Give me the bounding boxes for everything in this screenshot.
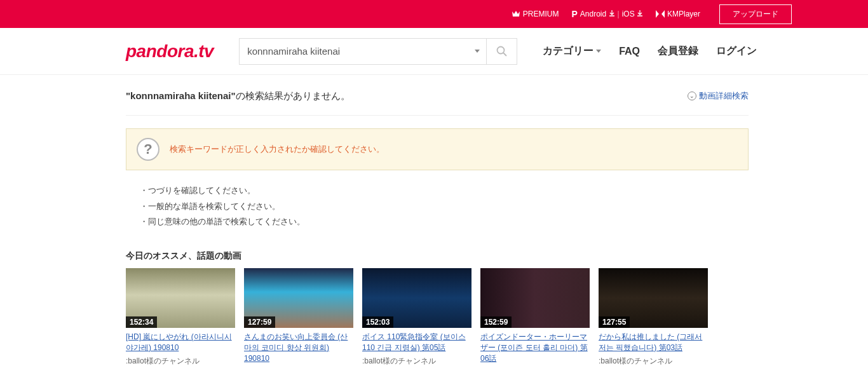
category-menu[interactable]: カテゴリー: [543, 44, 601, 58]
warning-box: ? 検索キーワードが正しく入力されたか確認してください。: [126, 128, 749, 170]
kmplayer-label: KMPlayer: [667, 10, 700, 18]
main-content: "konnnamiraha kiitenai"の検索結果がありません。 ⌄ 動画…: [126, 75, 749, 366]
category-label: カテゴリー: [543, 44, 593, 58]
kmplayer-icon: [656, 10, 665, 18]
video-thumbnail[interactable]: 152:03: [362, 268, 471, 328]
advanced-search-label: 動画詳細検索: [699, 90, 749, 102]
tip-line: ・同じ意味の他の単語で検索してください。: [140, 214, 749, 230]
kmplayer-link[interactable]: KMPlayer: [656, 10, 700, 18]
upload-button[interactable]: アップロード: [719, 4, 792, 24]
result-heading-row: "konnnamiraha kiitenai"の検索結果がありません。 ⌄ 動画…: [126, 90, 749, 102]
video-duration: 127:55: [599, 316, 630, 328]
ios-label: iOS: [622, 10, 635, 18]
svg-line-1: [503, 53, 506, 56]
search-icon: [496, 46, 508, 57]
video-duration: 127:59: [244, 316, 275, 328]
video-duration: 152:59: [480, 316, 512, 328]
search-button[interactable]: [487, 38, 517, 65]
video-duration: 152:03: [362, 316, 393, 328]
app-download-group: P Android | iOS: [571, 9, 643, 19]
header-nav: カテゴリー FAQ 会員登録 ログイン: [543, 44, 757, 58]
video-card: 127:55 だから私は推しました (그래서 저는 픽했습니다) 第03話 :b…: [599, 268, 708, 366]
chevron-down-icon: [596, 50, 601, 53]
video-card: 152:34 [HD] 嵐にしやがれ (아라시니시야가레) 190810 :ba…: [126, 268, 235, 366]
video-thumbnail[interactable]: 152:59: [480, 268, 590, 328]
no-results-text: "konnnamiraha kiitenai"の検索結果がありません。: [126, 90, 350, 102]
p-logo-icon: P: [571, 9, 577, 19]
search-dropdown-toggle[interactable]: [468, 39, 486, 64]
register-link[interactable]: 会員登録: [658, 44, 698, 58]
divider: [126, 115, 749, 116]
android-link[interactable]: Android: [580, 10, 615, 18]
download-icon: [609, 10, 615, 17]
no-results-suffix: の検索結果がありません。: [236, 90, 350, 101]
faq-link[interactable]: FAQ: [619, 46, 640, 57]
recommended-heading: 今日のオススメ、話題の動画: [126, 250, 749, 262]
ios-link[interactable]: iOS: [622, 10, 643, 18]
chevron-down-circle-icon: ⌄: [688, 92, 696, 100]
video-card: 152:59 ポイズンドーター・ホーリーマザー (포이즌 도터 홀리 마더) 第…: [480, 268, 590, 366]
video-card: 127:59 さんまのお笑い向上委員会 (산마의 코미디 향상 위원회) 190…: [244, 268, 353, 366]
chevron-down-icon: [475, 50, 480, 53]
video-title-link[interactable]: [HD] 嵐にしやがれ (아라시니시야가레) 190810: [126, 332, 235, 353]
search-query-echo: "konnnamiraha kiitenai": [126, 90, 236, 101]
video-thumbnail[interactable]: 152:34: [126, 268, 235, 328]
tip-line: ・一般的な単語を検索してください。: [140, 199, 749, 215]
video-title-link[interactable]: だから私は推しました (그래서 저는 픽했습니다) 第03話: [599, 332, 708, 353]
video-grid: 152:34 [HD] 嵐にしやがれ (아라시니시야가레) 190810 :ba…: [126, 268, 749, 366]
search-input[interactable]: [240, 46, 468, 57]
tip-line: ・つづりを確認してください。: [140, 183, 749, 199]
video-channel: :ballot様のチャンネル: [599, 356, 708, 366]
android-label: Android: [580, 10, 606, 18]
video-channel: :ballot様のチャンネル: [126, 356, 235, 366]
video-title-link[interactable]: ボイス 110緊急指令室 (보이스 110 긴급 지령실) 第05話: [362, 332, 471, 353]
top-bar: PREMIUM P Android | iOS KMPlayer アップロード: [0, 0, 868, 28]
search-tips: ・つづりを確認してください。 ・一般的な単語を検索してください。 ・同じ意味の他…: [140, 183, 749, 230]
search-box: [239, 38, 487, 65]
header: pandora.tv カテゴリー FAQ 会員登録 ログイン: [0, 28, 868, 75]
warning-text: 検索キーワードが正しく入力されたか確認してください。: [170, 144, 384, 155]
question-icon: ?: [137, 138, 159, 161]
video-thumbnail[interactable]: 127:55: [599, 268, 708, 328]
logo[interactable]: pandora.tv: [126, 41, 214, 62]
video-title-link[interactable]: ポイズンドーター・ホーリーマザー (포이즌 도터 홀리 마더) 第06話: [480, 332, 590, 363]
login-link[interactable]: ログイン: [716, 44, 757, 58]
video-channel: :ballot様のチャンネル: [362, 356, 471, 366]
video-thumbnail[interactable]: 127:59: [244, 268, 353, 328]
svg-point-0: [497, 46, 504, 53]
video-title-link[interactable]: さんまのお笑い向上委員会 (산마의 코미디 향상 위원회) 190810: [244, 332, 353, 363]
video-duration: 152:34: [126, 316, 157, 328]
premium-label: PREMIUM: [523, 10, 559, 18]
download-icon: [637, 10, 643, 17]
crown-icon: [512, 10, 520, 18]
advanced-search-link[interactable]: ⌄ 動画詳細検索: [688, 90, 749, 102]
premium-link[interactable]: PREMIUM: [512, 10, 559, 18]
video-card: 152:03 ボイス 110緊急指令室 (보이스 110 긴급 지령실) 第05…: [362, 268, 471, 366]
separator: |: [618, 10, 620, 18]
